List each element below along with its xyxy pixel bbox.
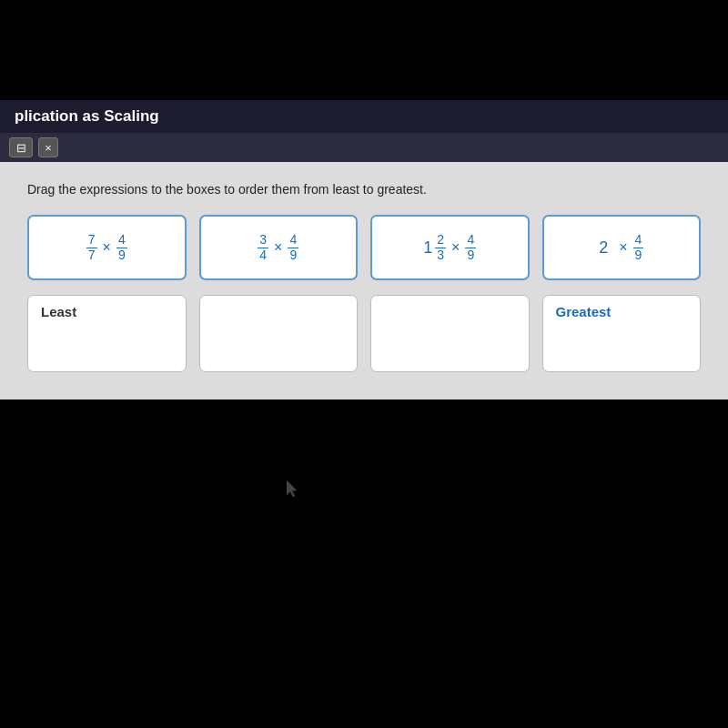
- toolbar: ⊟ ×: [0, 133, 728, 162]
- greatest-label: Greatest: [556, 304, 612, 319]
- main-content: Drag the expressions to the boxes to ord…: [0, 162, 728, 399]
- instruction-text: Drag the expressions to the boxes to ord…: [27, 182, 701, 197]
- drop-box-least[interactable]: Least: [27, 295, 187, 372]
- expression-box-3[interactable]: 1 2 3 × 4 9: [370, 215, 530, 280]
- title-bar: plication as Scaling: [0, 100, 728, 133]
- cursor-icon: [287, 480, 301, 502]
- drop-box-2[interactable]: [199, 295, 359, 372]
- expression-box-4[interactable]: 2 × 4 9: [542, 215, 702, 280]
- toolbar-close-button[interactable]: ×: [38, 137, 58, 157]
- toolbar-monitor-button[interactable]: ⊟: [9, 137, 33, 157]
- least-label: Least: [41, 304, 76, 319]
- bottom-black: [0, 399, 728, 472]
- expression-box-2[interactable]: 3 4 × 4 9: [199, 215, 359, 280]
- expressions-row: 7 7 × 4 9 3 4 × 4 9: [27, 215, 701, 280]
- page-title: plication as Scaling: [15, 107, 159, 125]
- drop-boxes-row: Least Greatest: [27, 295, 701, 372]
- drop-box-3[interactable]: [370, 295, 530, 372]
- expression-box-1[interactable]: 7 7 × 4 9: [27, 215, 187, 280]
- drop-box-greatest[interactable]: Greatest: [542, 295, 702, 372]
